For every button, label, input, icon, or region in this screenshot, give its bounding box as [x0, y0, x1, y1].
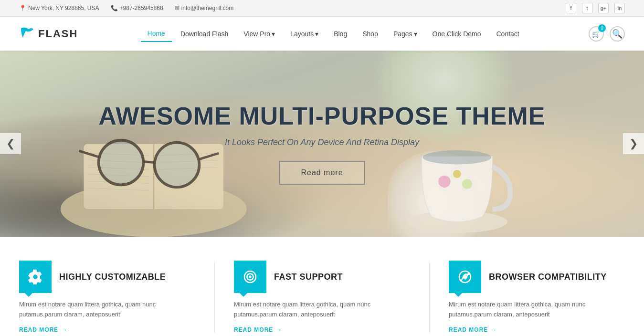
- feature-divider-2: [429, 261, 430, 333]
- main-nav: Home Download Flash View Pro ▾ Layouts ▾…: [141, 26, 526, 42]
- location-icon: 📍: [19, 5, 26, 11]
- top-bar-contact: 📍 New York, NY 928865, USA 📞 +987-265945…: [19, 5, 233, 11]
- gear-icon: [28, 269, 43, 284]
- slider-next-button[interactable]: ❯: [623, 133, 644, 154]
- cart-badge: 0: [598, 24, 606, 32]
- feature-divider-1: [214, 261, 215, 333]
- hero-subtitle: It Looks Perfect On Any Device And Retin…: [64, 137, 580, 147]
- email: ✉ info@themegrill.com: [175, 5, 234, 11]
- feature-support-header: FAST SUPPORT: [234, 261, 410, 293]
- cart-button[interactable]: 🛒 0: [589, 26, 604, 42]
- social-links: f t g+ in: [566, 3, 625, 13]
- feature-support-icon-box: [234, 261, 266, 293]
- nav-home[interactable]: Home: [141, 26, 172, 42]
- nav-shop[interactable]: Shop: [356, 26, 385, 42]
- hero-cta-button[interactable]: Read more: [279, 161, 365, 185]
- twitter-icon[interactable]: t: [582, 3, 592, 13]
- header: FLASH Home Download Flash View Pro ▾ Lay…: [0, 17, 644, 51]
- feature-customizable-title: HIGHLY CUSTOMIZABLE: [59, 272, 166, 282]
- top-bar: 📍 New York, NY 928865, USA 📞 +987-265945…: [0, 0, 644, 17]
- feature-browser-title: BROWSER COMPATIBILITY: [489, 272, 607, 282]
- feature-browser: BROWSER COMPATIBILITY Mirum est notare q…: [449, 261, 625, 333]
- phone-icon: 📞: [111, 5, 118, 11]
- nav-blog[interactable]: Blog: [327, 26, 354, 42]
- chevron-down-icon: ▾: [315, 30, 318, 38]
- nav-actions: 🛒 0 🔍: [589, 26, 625, 42]
- feature-browser-header: BROWSER COMPATIBILITY: [449, 261, 625, 293]
- google-plus-icon[interactable]: g+: [598, 3, 609, 13]
- email-icon: ✉: [175, 5, 179, 11]
- features-section: HIGHLY CUSTOMIZABLE Mirum est notare qua…: [0, 237, 644, 336]
- linkedin-icon[interactable]: in: [614, 3, 625, 13]
- circle-target-icon: [243, 269, 258, 284]
- logo-text: FLASH: [38, 28, 78, 40]
- nav-view-pro[interactable]: View Pro ▾: [237, 26, 282, 42]
- chrome-icon: [457, 269, 473, 284]
- svg-point-24: [249, 275, 251, 278]
- facebook-icon[interactable]: f: [566, 3, 576, 13]
- feature-support: FAST SUPPORT Mirum est notare quam litte…: [234, 261, 410, 333]
- logo-bird-icon: [19, 24, 34, 43]
- feature-support-readmore[interactable]: READ MORE: [234, 326, 410, 333]
- feature-browser-readmore[interactable]: READ MORE: [449, 326, 625, 333]
- hero-content: AWESOME MULTI-PURPOSE THEME It Looks Per…: [64, 103, 580, 185]
- feature-customizable-readmore[interactable]: READ MORE: [19, 326, 195, 333]
- search-button[interactable]: 🔍: [610, 26, 625, 42]
- chevron-down-icon: ▾: [272, 30, 275, 38]
- nav-one-click-demo[interactable]: One Click Demo: [426, 26, 488, 42]
- address: 📍 New York, NY 928865, USA: [19, 5, 99, 11]
- logo[interactable]: FLASH: [19, 24, 78, 43]
- feature-browser-icon-box: [449, 261, 481, 293]
- slider-prev-button[interactable]: ❮: [0, 133, 21, 154]
- feature-browser-desc: Mirum est notare quam littera gothica, q…: [449, 300, 625, 320]
- phone: 📞 +987-265945868: [111, 5, 163, 11]
- hero-title: AWESOME MULTI-PURPOSE THEME: [64, 103, 580, 130]
- feature-customizable-desc: Mirum est notare quam littera gothica, q…: [19, 300, 195, 320]
- feature-customizable-icon-box: [19, 261, 52, 293]
- feature-customizable: HIGHLY CUSTOMIZABLE Mirum est notare qua…: [19, 261, 195, 333]
- hero-slider: AWESOME MULTI-PURPOSE THEME It Looks Per…: [0, 51, 644, 237]
- nav-pages[interactable]: Pages ▾: [387, 26, 424, 42]
- feature-support-title: FAST SUPPORT: [274, 272, 343, 282]
- chevron-down-icon: ▾: [414, 30, 417, 38]
- nav-download-flash[interactable]: Download Flash: [174, 26, 235, 42]
- nav-contact[interactable]: Contact: [490, 26, 526, 42]
- feature-support-desc: Mirum est notare quam littera gothica, q…: [234, 300, 410, 320]
- svg-point-29: [464, 275, 467, 279]
- feature-customizable-header: HIGHLY CUSTOMIZABLE: [19, 261, 195, 293]
- nav-layouts[interactable]: Layouts ▾: [284, 26, 325, 42]
